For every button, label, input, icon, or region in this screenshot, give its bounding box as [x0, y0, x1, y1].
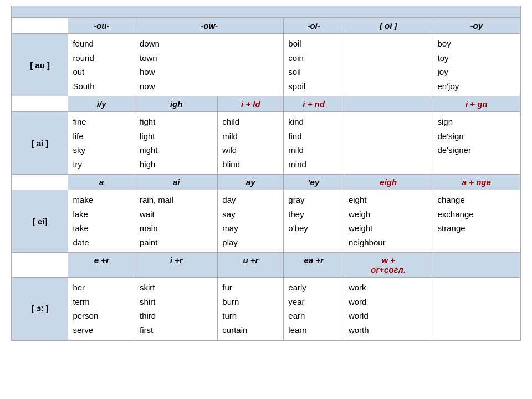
column-header: ay: [218, 175, 284, 190]
word-cell: sign de'sign de'signer: [433, 112, 520, 175]
word-cell: skirt shirt third first: [135, 278, 217, 340]
word-cell: make lake take date: [68, 190, 135, 253]
word-cell: eight weigh weight neighbour: [344, 190, 433, 253]
data-row: [ ɜː ]her term person serveskirt shirt t…: [12, 278, 520, 340]
column-header: 'ey: [284, 175, 344, 190]
phoneme-cell: [ ai ]: [12, 112, 68, 175]
column-header: [433, 253, 520, 278]
word-cell: work word world worth: [344, 278, 433, 340]
word-cell: early year earn learn: [284, 278, 344, 340]
column-header: [ oi ]: [344, 18, 433, 34]
header-row: i/yighi + ldi + ndi + gn: [12, 96, 520, 112]
word-cell: kind find mild mind: [284, 112, 344, 175]
word-cell: gray they o'bey: [284, 190, 344, 253]
data-row: [ au ]found round out Southdown town how…: [12, 34, 520, 96]
phoneme-cell: [ ɜː ]: [12, 278, 68, 340]
word-cell: boil coin soil spoil: [284, 34, 344, 96]
word-cell: down town how now: [135, 34, 283, 96]
data-row: [ ei]make lake take daterain, mail wait …: [12, 190, 520, 253]
column-header: ea +r: [284, 253, 344, 278]
page-title: [12, 6, 520, 18]
header-row: -ou--ow--oi-[ oi ]-oy: [12, 18, 520, 34]
word-cell: [433, 278, 520, 340]
column-header: i + gn: [433, 96, 520, 112]
word-cell: child mild wild blind: [218, 112, 284, 175]
column-header: i/y: [68, 96, 135, 112]
column-header: -oy: [433, 18, 520, 34]
column-header: a + nge: [433, 175, 520, 190]
phoneme-cell: [ ei]: [12, 190, 68, 253]
column-header: i +r: [135, 253, 217, 278]
word-cell: boy toy joy en'joy: [433, 34, 520, 96]
word-cell: her term person serve: [68, 278, 135, 340]
word-cell: fine life sky try: [68, 112, 135, 175]
word-cell: day say may play: [218, 190, 284, 253]
header-row: e +ri +ru +rea +rw +or+согл.: [12, 253, 520, 278]
column-header: ai: [135, 175, 217, 190]
word-cell: fur burn turn curtain: [218, 278, 284, 340]
phoneme-cell: [ au ]: [12, 34, 68, 96]
column-header: i + nd: [284, 96, 344, 112]
word-cell: rain, mail wait main paint: [135, 190, 217, 253]
main-table-wrapper: -ou--ow--oi-[ oi ]-oy[ au ]found round o…: [11, 6, 521, 341]
data-row: [ ai ]fine life sky tryfight light night…: [12, 112, 520, 175]
word-cell: [344, 34, 433, 96]
column-header: eigh: [344, 175, 433, 190]
column-header: igh: [135, 96, 217, 112]
column-header: u +r: [218, 253, 284, 278]
column-header: -ow-: [135, 18, 283, 34]
column-header: -ou-: [68, 18, 135, 34]
column-header: [344, 96, 433, 112]
header-row: aaiay'eyeigha + nge: [12, 175, 520, 190]
column-header: -oi-: [284, 18, 344, 34]
column-header: e +r: [68, 253, 135, 278]
word-cell: [344, 112, 433, 175]
column-header: w +or+согл.: [344, 253, 433, 278]
word-cell: found round out South: [68, 34, 135, 96]
word-cell: change exchange strange: [433, 190, 520, 253]
word-cell: fight light night high: [135, 112, 217, 175]
column-header: i + ld: [218, 96, 284, 112]
column-header: a: [68, 175, 135, 190]
